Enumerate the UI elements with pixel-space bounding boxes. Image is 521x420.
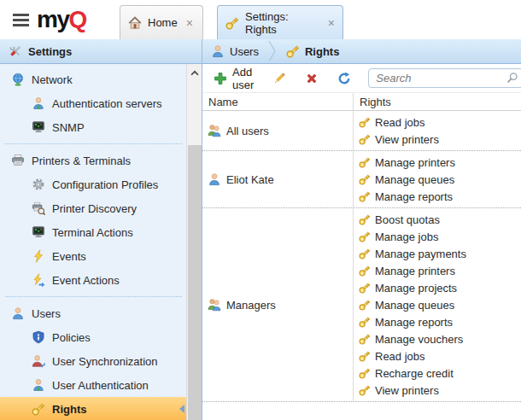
- table-row-all-users[interactable]: All users Read jobs View printers: [202, 111, 521, 151]
- scrollbar-thumb[interactable]: [188, 145, 202, 420]
- key-icon: [359, 282, 371, 294]
- breadcrumb-users[interactable]: Users: [211, 44, 259, 58]
- name-cell: Managers: [202, 208, 354, 401]
- brand: myQ: [11, 8, 86, 32]
- bolt-icon: [32, 249, 45, 263]
- bolt-arrow-icon: [32, 273, 45, 287]
- table-row-managers[interactable]: Managers Boost quotas Manage jobs Manage…: [202, 208, 521, 402]
- shield-icon: [32, 330, 45, 344]
- rights-cell: Boost quotas Manage jobs Manage payments…: [354, 208, 521, 401]
- search-box: [368, 68, 521, 88]
- settings-sidebar: Settings Network Authentication servers …: [0, 39, 202, 420]
- tab-settings-rights-label: Settings: Rights: [245, 10, 319, 36]
- key-icon: [359, 384, 371, 396]
- monitor-icon: [32, 120, 45, 134]
- name-cell: Eliot Kate: [202, 151, 354, 207]
- hamburger-icon[interactable]: [11, 12, 31, 28]
- sidebar-item-rights[interactable]: Rights: [0, 397, 187, 420]
- rights-cell: Manage printers Manage queues Manage rep…: [354, 151, 521, 207]
- sidebar-item-network[interactable]: Network: [0, 67, 187, 91]
- selected-item-arrow: [179, 405, 184, 413]
- home-icon: [128, 16, 142, 30]
- user-icon: [211, 44, 225, 58]
- right-item: Read jobs: [354, 114, 521, 131]
- key-icon: [359, 299, 371, 311]
- key-icon: [359, 350, 371, 362]
- sidebar-item-policies[interactable]: Policies: [0, 325, 187, 349]
- key-icon: [359, 213, 371, 225]
- key-icon: [359, 248, 371, 260]
- magnifier-icon[interactable]: [506, 72, 518, 84]
- table-row-eliot-kate[interactable]: Eliot Kate Manage printers Manage queues…: [202, 151, 521, 208]
- refresh-button[interactable]: [334, 69, 354, 88]
- right-item: Manage jobs: [354, 228, 521, 245]
- column-header-rights[interactable]: Rights: [354, 93, 521, 110]
- toolbar: Add user: [202, 64, 521, 92]
- rights-cell: Read jobs View printers: [354, 111, 521, 150]
- key-icon: [359, 156, 371, 168]
- delete-button[interactable]: [301, 69, 322, 88]
- refresh-icon: [337, 72, 351, 85]
- sidebar-item-events[interactable]: Events: [0, 244, 187, 268]
- sidebar-title: Settings: [28, 45, 72, 58]
- tab-home[interactable]: Home ×: [120, 5, 203, 39]
- section-separator: [5, 296, 182, 297]
- right-item: Manage payments: [354, 245, 521, 262]
- user-icon: [32, 378, 45, 392]
- user-icon: [11, 306, 25, 320]
- main-area: Settings Network Authentication servers …: [0, 39, 521, 420]
- user-sync-icon: [32, 354, 45, 368]
- printer-search-icon: [32, 201, 45, 215]
- sidebar-item-printer-discovery[interactable]: Printer Discovery: [0, 196, 187, 220]
- tab-settings-rights[interactable]: Settings: Rights ×: [217, 5, 343, 39]
- key-icon: [359, 333, 371, 345]
- sidebar-item-printers-terminals[interactable]: Printers & Terminals: [0, 149, 187, 172]
- top-bar: myQ Home × Settings: Rights ×: [0, 0, 521, 39]
- sidebar-item-terminal-actions[interactable]: Terminal Actions: [0, 220, 187, 244]
- sidebar-item-authentication-servers[interactable]: Authentication servers: [0, 91, 187, 115]
- key-icon: [359, 173, 371, 185]
- right-item: Manage printers: [354, 154, 521, 171]
- sidebar-item-configuration-profiles[interactable]: Configuration Profiles: [0, 172, 187, 196]
- search-input[interactable]: [368, 68, 521, 88]
- delete-icon: [305, 72, 319, 85]
- column-header-name[interactable]: Name: [202, 93, 354, 110]
- right-item: Boost quotas: [354, 211, 521, 228]
- tools-icon: [9, 44, 22, 58]
- add-user-button[interactable]: Add user: [210, 63, 257, 94]
- tab-home-close-icon[interactable]: ×: [186, 17, 193, 29]
- sidebar-header: Settings: [0, 39, 202, 64]
- right-item: Read jobs: [354, 347, 521, 365]
- tab-settings-rights-close-icon[interactable]: ×: [328, 17, 335, 29]
- sidebar-scrollbar[interactable]: [186, 64, 202, 420]
- right-item: Manage vouchers: [354, 330, 521, 347]
- pencil-icon: [272, 72, 286, 85]
- sidebar-item-user-authentication[interactable]: User Authentication: [0, 373, 187, 397]
- key-icon: [359, 316, 371, 328]
- right-item: Recharge credit: [354, 365, 521, 382]
- right-item: View printers: [354, 131, 521, 148]
- key-icon: [359, 230, 371, 242]
- right-item: Manage reports: [354, 188, 521, 205]
- key-icon: [359, 190, 371, 202]
- key-icon: [286, 44, 300, 58]
- right-item: Manage queues: [354, 171, 521, 188]
- chevron-right-icon: [268, 40, 277, 62]
- user-icon: [32, 96, 45, 110]
- breadcrumb-rights[interactable]: Rights: [286, 44, 339, 58]
- edit-button[interactable]: [269, 69, 290, 88]
- logo-text-my: my: [37, 8, 68, 32]
- sidebar-item-event-actions[interactable]: Event Actions: [0, 268, 187, 292]
- tab-home-label: Home: [148, 16, 178, 29]
- sidebar-item-user-synchronization[interactable]: User Synchronization: [0, 349, 187, 373]
- key-icon: [359, 367, 371, 379]
- right-item: Manage queues: [354, 296, 521, 313]
- sidebar-item-users[interactable]: Users: [0, 301, 187, 325]
- scrollbar-up-icon[interactable]: [187, 64, 202, 83]
- monitor-icon: [32, 225, 45, 239]
- right-item: Manage reports: [354, 313, 521, 330]
- section-separator: [5, 143, 182, 144]
- sidebar-item-snmp[interactable]: SNMP: [0, 115, 187, 139]
- key-icon: [225, 16, 239, 30]
- right-item: Manage projects: [354, 279, 521, 296]
